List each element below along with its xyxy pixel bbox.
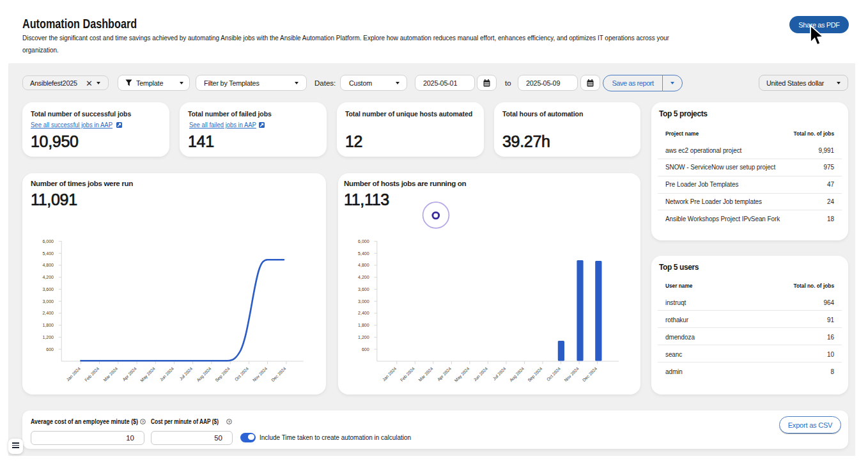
svg-text:?: ? — [141, 419, 144, 423]
svg-text:?: ? — [228, 419, 231, 423]
